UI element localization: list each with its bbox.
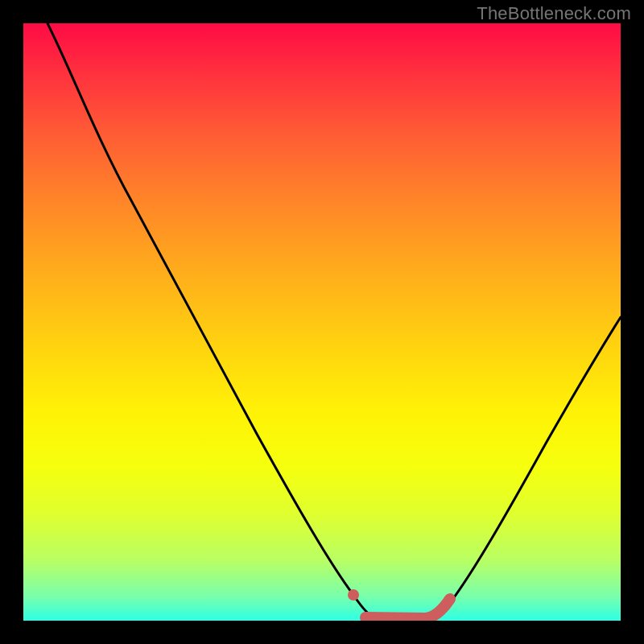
svg-point-0 — [348, 589, 359, 601]
plot-area — [23, 23, 621, 621]
chart-frame: TheBottleneck.com — [0, 0, 644, 644]
attribution-label: TheBottleneck.com — [477, 3, 631, 24]
highlight-segment — [348, 589, 450, 618]
bottleneck-curve-svg — [23, 23, 621, 621]
bottleneck-curve-path — [47, 23, 621, 621]
